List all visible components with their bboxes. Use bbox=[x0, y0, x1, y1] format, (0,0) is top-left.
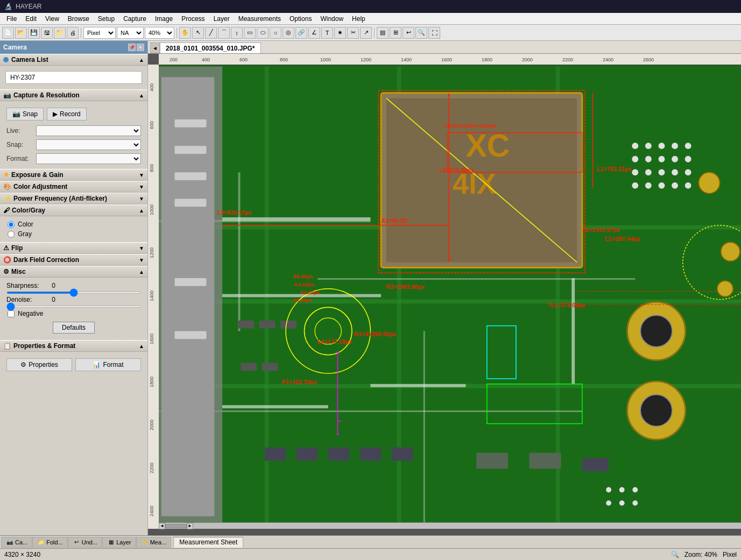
bottom-tab-measure[interactable]: 📏 Mea... bbox=[136, 537, 172, 548]
properties-format-section[interactable]: 📋 Properties & Format ▲ bbox=[0, 340, 147, 352]
scroll-thumb[interactable] bbox=[165, 524, 187, 528]
toolbar-save[interactable]: 💾 bbox=[28, 27, 40, 39]
toolbar-fullscreen[interactable]: ⛶ bbox=[428, 27, 440, 39]
toolbar-text[interactable]: T bbox=[321, 27, 333, 39]
panel-close-btn[interactable]: ✕ bbox=[137, 44, 144, 51]
svg-text:R1=47250.00px: R1=47250.00px bbox=[355, 331, 397, 337]
image-area[interactable]: ◄ 2018_0101_003554_010.JPG* // This gets… bbox=[148, 41, 741, 535]
live-select[interactable] bbox=[36, 125, 141, 136]
image-tab[interactable]: 2018_0101_003554_010.JPG* bbox=[160, 42, 261, 53]
snap-select[interactable] bbox=[36, 139, 141, 150]
svg-text:42.20px: 42.20px bbox=[301, 289, 321, 295]
toolbar-open[interactable]: 📂 bbox=[15, 27, 27, 39]
toolbar-crop[interactable]: ✂ bbox=[347, 27, 359, 39]
snap-button[interactable]: 📷 Snap bbox=[6, 108, 44, 120]
toolbar-grid[interactable]: ⊞ bbox=[390, 27, 401, 39]
app-name: HAYEAR bbox=[16, 3, 41, 10]
capture-resolution-section[interactable]: 📷 Capture & Resolution ▲ bbox=[0, 89, 147, 101]
menu-window[interactable]: Window bbox=[316, 14, 348, 24]
color-radio[interactable] bbox=[8, 221, 15, 228]
format-button[interactable]: 📊 Format bbox=[75, 358, 141, 371]
svg-rect-111 bbox=[392, 448, 413, 461]
toolbar-ellipse[interactable]: ⬭ bbox=[257, 27, 269, 39]
na-select[interactable]: NA bbox=[117, 27, 144, 39]
color-adj-label: Color Adjustment bbox=[13, 183, 67, 190]
menu-image[interactable]: Image bbox=[151, 14, 177, 24]
toolbar-polyline[interactable]: ⌒ bbox=[218, 27, 230, 39]
undo-tab-icon: ↩ bbox=[73, 538, 80, 546]
toolbar-undo[interactable]: ↩ bbox=[403, 27, 414, 39]
toolbar-star[interactable]: ★ bbox=[334, 27, 346, 39]
color-adjustment-section[interactable]: 🎨 Color Adjustment ▼ bbox=[0, 181, 147, 193]
undo-tab-label: Und... bbox=[82, 539, 97, 545]
panel-pin-btn[interactable]: 📌 bbox=[128, 44, 136, 51]
format-select[interactable] bbox=[36, 153, 141, 164]
toolbar-ring[interactable]: ◎ bbox=[283, 27, 294, 39]
menu-view[interactable]: View bbox=[41, 14, 63, 24]
camera-list-item[interactable]: HY-2307 bbox=[5, 71, 142, 84]
toolbar-folder[interactable]: 📁 bbox=[54, 27, 66, 39]
menu-measurements[interactable]: Measurements bbox=[234, 14, 285, 24]
camera-list-section[interactable]: Camera List ▲ bbox=[0, 54, 147, 66]
svg-text:L3=430.17px: L3=430.17px bbox=[217, 209, 252, 216]
svg-point-52 bbox=[627, 302, 686, 360]
dark-field-section[interactable]: ⭕ Dark Field Correction ▼ bbox=[0, 254, 147, 266]
toolbar-layers[interactable]: ▤ bbox=[377, 27, 389, 39]
toolbar-link[interactable]: 🔗 bbox=[295, 27, 307, 39]
toolbar-pan[interactable]: ✋ bbox=[179, 27, 191, 39]
toolbar-save2[interactable]: 🖫 bbox=[41, 27, 53, 39]
menu-layer[interactable]: Layer bbox=[209, 14, 234, 24]
svg-point-128 bbox=[672, 169, 678, 175]
toolbar-circle[interactable]: ○ bbox=[270, 27, 281, 39]
bottom-tab-undo[interactable]: ↩ Und... bbox=[68, 537, 102, 548]
sharpness-slider[interactable] bbox=[6, 292, 141, 294]
menu-capture[interactable]: Capture bbox=[119, 14, 151, 24]
menu-process[interactable]: Process bbox=[177, 14, 209, 24]
properties-button[interactable]: ⚙ Properties bbox=[6, 358, 72, 371]
menu-file[interactable]: File bbox=[2, 14, 21, 24]
toolbar-line[interactable]: ╱ bbox=[205, 27, 217, 39]
flip-section[interactable]: ⚠ Flip ▼ bbox=[0, 242, 147, 254]
toolbar-arrow[interactable]: ↖ bbox=[192, 27, 204, 39]
svg-text:400: 400 bbox=[149, 83, 154, 91]
scroll-right[interactable]: ► bbox=[187, 523, 193, 529]
negative-checkbox[interactable] bbox=[8, 310, 15, 317]
menu-options[interactable]: Options bbox=[285, 14, 316, 24]
toolbar-angle[interactable]: ∠ bbox=[308, 27, 320, 39]
menu-edit[interactable]: Edit bbox=[21, 14, 41, 24]
camera-list-label: Camera List bbox=[11, 56, 48, 63]
toolbar-measure-line[interactable]: ↕ bbox=[231, 27, 243, 39]
svg-point-138 bbox=[606, 500, 611, 506]
power-freq-section[interactable]: ⚡ Power Frequency (Anti-flicker) ▼ bbox=[0, 193, 147, 204]
svg-rect-47 bbox=[175, 146, 207, 154]
bottom-tab-layer[interactable]: ▦ Layer bbox=[102, 537, 136, 548]
tab-nav-left[interactable]: ◄ bbox=[150, 42, 160, 53]
exposure-section[interactable]: ☀ Exposure & Gain ▼ bbox=[0, 169, 147, 181]
menu-browse[interactable]: Browse bbox=[63, 14, 94, 24]
v-ruler: 400 600 800 1000 1200 1400 1600 1800 200… bbox=[148, 65, 159, 529]
toolbar-print[interactable]: 🖨 bbox=[67, 27, 79, 39]
exposure-icon: ☀ bbox=[3, 171, 9, 179]
pcb-image[interactable]: XC 4IX bbox=[159, 65, 741, 529]
h-scrollbar[interactable]: ◄ ► bbox=[159, 522, 741, 529]
menu-setup[interactable]: Setup bbox=[94, 14, 119, 24]
zoom-select[interactable]: 40% bbox=[145, 27, 174, 39]
pixel-select[interactable]: Pixel bbox=[83, 27, 116, 39]
bottom-tab-camera[interactable]: 📷 Ca... bbox=[1, 537, 32, 548]
toolbar-arrow2[interactable]: ↗ bbox=[360, 27, 372, 39]
denoise-slider[interactable] bbox=[6, 306, 141, 308]
toolbar-new[interactable]: 📄 bbox=[2, 27, 14, 39]
misc-section[interactable]: ⚙ Misc ▲ bbox=[0, 266, 147, 278]
toolbar-rect[interactable]: ▭ bbox=[244, 27, 256, 39]
menu-help[interactable]: Help bbox=[348, 14, 370, 24]
gray-radio[interactable] bbox=[8, 231, 15, 238]
toolbar-zoom-in[interactable]: 🔍 bbox=[415, 27, 427, 39]
record-button[interactable]: ▶ Record bbox=[47, 108, 87, 120]
gray-radio-row: Gray bbox=[3, 229, 144, 239]
scroll-left[interactable]: ◄ bbox=[159, 523, 165, 529]
toolbar-sep2 bbox=[177, 27, 177, 38]
defaults-button[interactable]: Defaults bbox=[53, 322, 95, 334]
color-gray-section[interactable]: 🖌 Color/Gray ▲ bbox=[0, 204, 147, 216]
measurement-sheet-tab[interactable]: Measurement Sheet bbox=[173, 537, 243, 548]
bottom-tab-folder[interactable]: 📁 Fold... bbox=[32, 537, 68, 548]
